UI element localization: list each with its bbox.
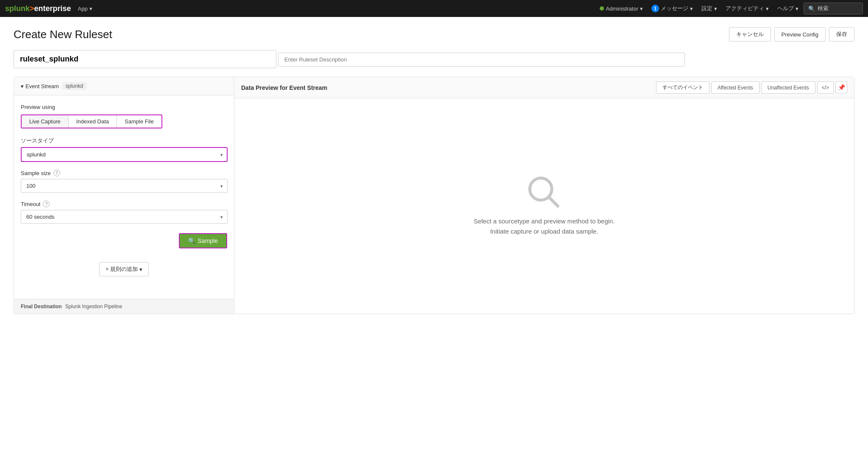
settings-menu[interactable]: 設定 — [698, 3, 721, 14]
preview-config-button[interactable]: Preview Config — [774, 27, 826, 42]
settings-chevron-icon — [714, 6, 717, 12]
search-icon-svg — [527, 176, 561, 209]
preview-content: Select a sourcetype and preview method t… — [234, 98, 854, 314]
final-destination-label: Final Destination — [21, 304, 62, 309]
add-rule-chevron-icon — [139, 266, 142, 273]
app-menu-chevron-icon — [89, 6, 92, 12]
sample-size-help-icon[interactable]: ? — [53, 170, 60, 176]
status-indicator[interactable]: Administrator — [596, 4, 646, 14]
source-type-group: ソースタイプ splunkd syslog apache_access ▾ — [21, 137, 227, 162]
add-rule-button[interactable]: + 規則の追加 — [99, 262, 149, 276]
preview-using-label: Preview using — [21, 104, 227, 110]
sample-btn-container: 🔍 Sample — [21, 231, 227, 248]
topnav: splunk>enterprise App Administrator 1 メッ… — [0, 0, 868, 17]
topnav-items: Administrator 1 メッセージ 設定 アクティビティ ヘルプ 🔍 検… — [596, 3, 863, 14]
preview-tab-all[interactable]: すべてのイベント — [656, 81, 709, 94]
page-title: Create New Ruleset — [14, 28, 112, 41]
messages-chevron-icon — [690, 6, 693, 12]
tab-live-capture[interactable]: Live Capture — [22, 115, 69, 128]
timeout-help-icon[interactable]: ? — [43, 201, 50, 207]
stream-toggle[interactable]: ▾ Event Stream — [21, 83, 59, 89]
help-menu[interactable]: ヘルプ — [774, 3, 802, 14]
source-type-wrapper: splunkd syslog apache_access ▾ — [21, 147, 227, 162]
save-button[interactable]: 保存 — [829, 27, 854, 42]
pin-button[interactable]: 📌 — [835, 81, 847, 93]
preview-tabs-row: Live Capture Indexed Data Sample File — [21, 114, 162, 128]
preview-tab-affected[interactable]: Affected Events — [711, 81, 760, 94]
preview-empty-message: Select a sourcetype and preview method t… — [474, 216, 615, 237]
search-icon: 🔍 — [808, 6, 815, 12]
logo[interactable]: splunk>enterprise — [5, 4, 71, 13]
pin-icon: 📌 — [838, 84, 845, 91]
activity-menu[interactable]: アクティビティ — [722, 3, 772, 14]
status-dot-icon — [600, 6, 604, 11]
timeout-select[interactable]: 60 seconds 120 seconds 300 seconds — [21, 210, 228, 224]
left-content: Preview using Live Capture Indexed Data … — [14, 95, 234, 299]
search-icon: 🔍 — [188, 237, 195, 244]
app-menu[interactable]: App — [78, 6, 92, 12]
bottom-strip: Final Destination Splunk Ingestion Pipel… — [14, 299, 234, 314]
timeout-wrapper: 60 seconds 120 seconds 300 seconds ▾ — [21, 210, 227, 224]
svg-line-1 — [549, 198, 558, 206]
activity-chevron-icon — [766, 6, 769, 12]
cancel-button[interactable]: キャンセル — [729, 27, 771, 42]
main-split-panel: ▾ Event Stream splunkd Preview using Liv… — [14, 77, 854, 314]
code-button[interactable]: </> — [817, 81, 834, 94]
sample-size-wrapper: 100 500 1000 ▾ — [21, 179, 227, 193]
preview-header: Data Preview for Event Stream すべてのイベント A… — [234, 77, 854, 98]
source-type-select[interactable]: splunkd syslog apache_access — [21, 147, 228, 162]
stream-name-badge: splunkd — [62, 82, 86, 90]
global-search[interactable]: 🔍 検索 — [804, 3, 863, 14]
stream-header: ▾ Event Stream splunkd — [14, 77, 234, 95]
preview-title: Data Preview for Event Stream — [241, 84, 327, 91]
header-actions: キャンセル Preview Config 保存 — [729, 27, 854, 42]
timeout-group: Timeout ? 60 seconds 120 seconds 300 sec… — [21, 201, 227, 224]
right-panel: Data Preview for Event Stream すべてのイベント A… — [234, 77, 854, 314]
sample-size-group: Sample size ? 100 500 1000 ▾ — [21, 170, 227, 193]
left-panel: ▾ Event Stream splunkd Preview using Liv… — [14, 77, 234, 314]
ruleset-description-input[interactable] — [278, 53, 685, 67]
ruleset-name-input[interactable] — [14, 50, 276, 68]
preview-tabs: すべてのイベント Affected Events Unaffected Even… — [656, 81, 847, 94]
source-type-label: ソースタイプ — [21, 137, 227, 145]
sample-button[interactable]: 🔍 Sample — [179, 233, 227, 248]
timeout-label: Timeout ? — [21, 201, 227, 207]
tab-sample-file[interactable]: Sample File — [117, 115, 161, 128]
tab-indexed-data[interactable]: Indexed Data — [69, 115, 117, 128]
sample-size-select[interactable]: 100 500 1000 — [21, 179, 228, 193]
collapse-icon: ▾ — [21, 83, 24, 89]
preview-tab-unaffected[interactable]: Unaffected Events — [761, 81, 815, 94]
empty-search-icon — [527, 176, 561, 209]
page-content: Create New Ruleset キャンセル Preview Config … — [0, 17, 868, 457]
admin-chevron-icon — [640, 6, 643, 12]
page-header: Create New Ruleset キャンセル Preview Config … — [14, 27, 854, 42]
sample-size-label: Sample size ? — [21, 170, 227, 176]
messages-menu[interactable]: 1 メッセージ — [648, 3, 696, 14]
help-chevron-icon — [796, 6, 798, 12]
final-destination-value: Splunk Ingestion Pipeline — [65, 304, 122, 309]
